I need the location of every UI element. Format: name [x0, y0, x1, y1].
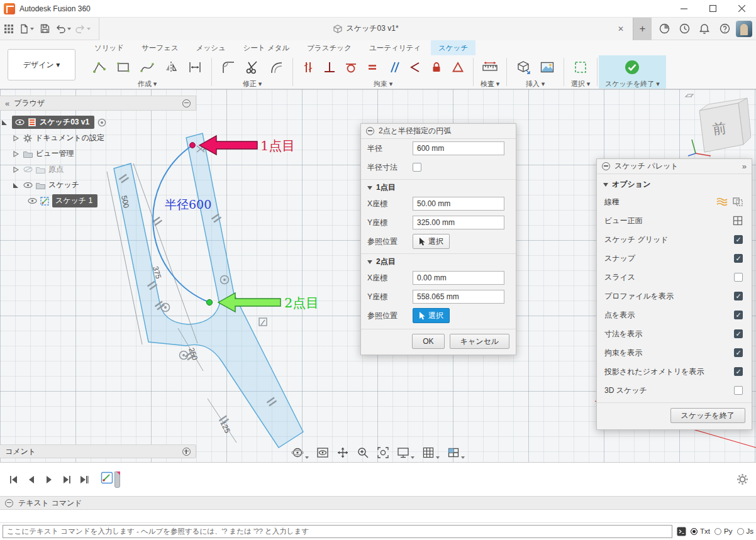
- insert-canvas-button[interactable]: [536, 56, 559, 79]
- expand-icon[interactable]: [11, 151, 20, 157]
- tree-row-root[interactable]: スケッチ03 v1: [0, 114, 196, 130]
- tree-row-origin[interactable]: 原点: [0, 162, 196, 177]
- view-cube[interactable]: 前: [683, 93, 751, 157]
- comments-bar[interactable]: コメント: [0, 444, 196, 458]
- fillet-tool-button[interactable]: [217, 56, 240, 79]
- cancel-button[interactable]: キャンセル: [450, 334, 509, 349]
- viewcube-front-label[interactable]: 前: [711, 120, 727, 138]
- p1-x-input[interactable]: [413, 197, 504, 211]
- section-collapse-icon[interactable]: [367, 260, 372, 264]
- insert-derive-button[interactable]: [512, 56, 535, 79]
- activate-radio-icon[interactable]: [97, 118, 106, 127]
- expand-icon[interactable]: [11, 135, 20, 141]
- visibility-off-eye-icon[interactable]: [23, 167, 33, 172]
- dialog-minimize-icon[interactable]: [366, 127, 374, 135]
- timeline-play-button[interactable]: [42, 472, 57, 487]
- close-button[interactable]: [727, 0, 756, 18]
- dimension-tool-button[interactable]: [184, 56, 206, 79]
- visibility-eye-icon[interactable]: [23, 182, 33, 188]
- new-tab-button[interactable]: +: [633, 18, 652, 40]
- tab-mesh[interactable]: メッシュ: [189, 40, 233, 55]
- tab-surface[interactable]: サーフェス: [134, 40, 186, 55]
- visibility-eye-icon[interactable]: [15, 119, 25, 125]
- linetype-construction-icon[interactable]: [733, 197, 743, 206]
- orbit-button[interactable]: [289, 444, 311, 461]
- measure-tool-button[interactable]: [479, 56, 501, 79]
- radius-dimension-checkbox[interactable]: [413, 163, 421, 172]
- p1-y-input[interactable]: [413, 216, 504, 229]
- tree-row-view-management[interactable]: ビュー管理: [0, 146, 196, 162]
- expand-icon[interactable]: [11, 167, 20, 173]
- text-command-minimize-icon[interactable]: [5, 499, 13, 507]
- look-at-plane-icon[interactable]: [733, 216, 743, 226]
- snap-checkbox[interactable]: [734, 254, 743, 263]
- tree-row-document-settings[interactable]: ドキュメントの設定: [0, 130, 196, 146]
- ok-button[interactable]: OK: [412, 334, 444, 349]
- visibility-eye-icon[interactable]: [28, 198, 37, 204]
- version-history-icon[interactable]: [675, 19, 693, 38]
- user-avatar[interactable]: [736, 21, 752, 37]
- workspace-selector[interactable]: デザイン ▾: [8, 49, 75, 80]
- inspect-group-dropdown[interactable]: 検査 ▾: [481, 79, 500, 88]
- create-group-dropdown[interactable]: 作成 ▾: [138, 79, 157, 88]
- mode-js-radio[interactable]: Js: [737, 527, 754, 535]
- timeline-step-back-button[interactable]: [24, 472, 39, 487]
- sketch-3d-checkbox[interactable]: [734, 386, 743, 395]
- dimension-line-125[interactable]: [208, 399, 236, 443]
- notifications-bell-icon[interactable]: [696, 19, 713, 38]
- root-node-badge[interactable]: スケッチ03 v1: [12, 116, 94, 129]
- help-icon[interactable]: [716, 19, 733, 38]
- redo-button[interactable]: [73, 19, 92, 38]
- trim-tool-button[interactable]: [241, 56, 264, 79]
- tab-sheet-metal[interactable]: シート メタル: [236, 40, 297, 55]
- palette-options-section[interactable]: オプション: [597, 174, 752, 192]
- constraints-group-dropdown[interactable]: 拘束 ▾: [374, 79, 393, 88]
- sketch-grid-checkbox[interactable]: [734, 235, 743, 244]
- browser-header[interactable]: « ブラウザ: [0, 96, 196, 111]
- document-tab[interactable]: スケッチ03 v1*: [99, 18, 633, 40]
- modify-group-dropdown[interactable]: 修正 ▾: [243, 79, 262, 88]
- arc-point-2[interactable]: [206, 299, 212, 305]
- p2-select-button[interactable]: 選択: [413, 308, 450, 323]
- comments-expand-icon[interactable]: [182, 448, 191, 456]
- zoom-button[interactable]: [355, 444, 371, 461]
- angle-constraint-button[interactable]: [405, 56, 425, 79]
- tree-row-sketches[interactable]: スケッチ: [0, 177, 196, 193]
- mirror-tool-button[interactable]: [160, 56, 182, 79]
- expand-icon[interactable]: [11, 182, 20, 189]
- slice-checkbox[interactable]: [734, 273, 743, 282]
- show-constraints-checkbox[interactable]: [734, 348, 743, 357]
- tangent-constraint-button[interactable]: [341, 56, 361, 79]
- timeline-step-forward-button[interactable]: [59, 472, 74, 487]
- equal-constraint-button[interactable]: [362, 56, 382, 79]
- file-menu-button[interactable]: [18, 19, 36, 38]
- p2-x-input[interactable]: [413, 271, 504, 285]
- home-icon[interactable]: [686, 94, 693, 97]
- sketch1-badge[interactable]: スケッチ 1: [52, 194, 97, 207]
- look-at-button[interactable]: [314, 444, 331, 461]
- fit-button[interactable]: [375, 444, 391, 461]
- browser-minimize-icon[interactable]: [182, 99, 191, 107]
- show-dimensions-checkbox[interactable]: [734, 329, 743, 338]
- undo-button[interactable]: [53, 19, 73, 38]
- timeline-go-to-end-button[interactable]: [77, 472, 92, 487]
- point2-section-header[interactable]: 2点目: [376, 256, 396, 267]
- timeline-sketch-feature[interactable]: [101, 471, 120, 488]
- lock-constraint-button[interactable]: [426, 56, 447, 79]
- finish-sketch-dropdown[interactable]: スケッチを終了 ▾: [605, 79, 660, 88]
- tab-utilities[interactable]: ユーティリティ: [362, 40, 428, 55]
- collapse-browser-icon[interactable]: «: [5, 99, 9, 108]
- show-points-checkbox[interactable]: [734, 311, 743, 319]
- text-command-input[interactable]: [3, 525, 672, 538]
- tree-row-sketch1[interactable]: スケッチ 1: [0, 193, 196, 209]
- save-button[interactable]: [36, 19, 53, 38]
- palette-header[interactable]: スケッチ パレット »: [597, 159, 752, 174]
- expand-icon[interactable]: [0, 119, 9, 126]
- app-grid-icon[interactable]: [0, 19, 18, 38]
- timeline-position-marker[interactable]: [114, 471, 120, 488]
- insert-group-dropdown[interactable]: 挿入 ▾: [526, 79, 545, 88]
- arc-dialog-header[interactable]: 2点と半径指定の円弧: [361, 124, 516, 139]
- text-command-header[interactable]: テキスト コマンド: [0, 496, 756, 510]
- mode-py-radio[interactable]: Py: [714, 527, 732, 535]
- display-settings-button[interactable]: [395, 444, 416, 461]
